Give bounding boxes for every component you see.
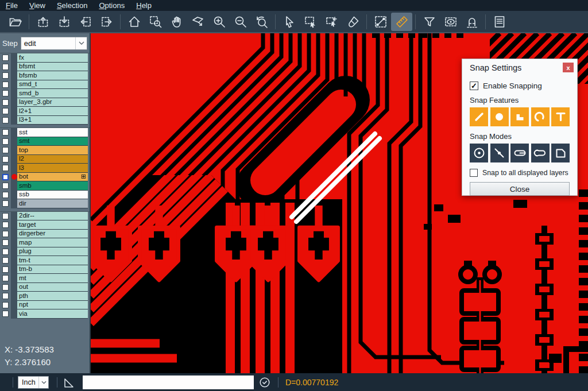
layer-name-l2+1[interactable]: l2+1 [17,107,88,116]
step-select[interactable]: edit [21,37,87,50]
layer-visibility-checkbox[interactable] [2,311,9,317]
toolbar-button-open-file[interactable] [5,13,26,31]
layer-visibility-checkbox[interactable] [2,99,9,106]
toolbar-button-import-right[interactable] [96,13,117,31]
layer-active-indicator[interactable] [11,283,17,292]
feature-button-snap-surface[interactable] [510,107,529,126]
layer-name-smt[interactable]: smt [17,137,88,146]
layer-visibility-checkbox[interactable] [2,222,9,228]
toolbar-button-pan-hand[interactable] [166,13,187,31]
layer-visibility-checkbox[interactable] [2,183,9,189]
feature-button-snap-arc[interactable] [531,107,550,126]
menu-item-help[interactable]: Help [130,1,157,10]
refresh-icon[interactable] [258,376,271,389]
toolbar-button-zoom-out[interactable] [230,13,251,31]
layer-active-indicator[interactable] [11,146,17,155]
layer-active-indicator[interactable] [11,164,17,173]
layer-active-indicator[interactable] [11,265,17,274]
mode-button-mode-polygon[interactable] [551,144,570,162]
layer-name-via[interactable]: via [17,309,88,319]
layer-visibility-checkbox[interactable] [2,266,9,273]
toolbar-button-import-down[interactable] [53,13,75,31]
toolbar-button-zoom-polygon[interactable] [187,13,208,31]
toolbar-button-zoom-previous[interactable] [251,13,272,31]
menu-item-view[interactable]: View [24,1,51,10]
layer-visibility-checkbox[interactable] [2,72,9,79]
layer-name-ssb[interactable]: ssb [17,191,88,200]
layer-visibility-checkbox[interactable] [2,302,9,308]
layer-name-fx[interactable]: fx [17,53,88,63]
layer-visibility-checkbox[interactable] [2,174,9,180]
enable-snapping-checkbox[interactable]: ✓ [470,82,478,90]
layer-active-indicator[interactable] [11,309,17,319]
toolbar-button-zoom-in[interactable] [208,13,230,31]
layer-name-bfsmb[interactable]: bfsmb [17,71,88,80]
layer-visibility-checkbox[interactable] [2,293,9,299]
layer-active-indicator[interactable] [11,247,17,257]
layer-visibility-checkbox[interactable] [2,156,9,162]
angle-icon[interactable] [62,375,76,389]
layer-name-sst[interactable]: sst [17,128,88,137]
layer-active-indicator[interactable] [11,181,17,191]
toolbar-button-select-group[interactable] [321,13,342,31]
close-button[interactable]: Close [470,182,570,196]
toolbar-button-home-view[interactable] [123,13,145,31]
toolbar-button-report[interactable] [489,13,510,31]
toolbar-button-select-cursor[interactable] [278,13,300,31]
layer-visibility-checkbox[interactable] [2,239,9,246]
layer-name-npt[interactable]: npt [17,301,88,310]
layer-active-indicator[interactable] [11,256,17,265]
layer-name-tm-b[interactable]: tm-b [17,265,88,274]
layer-visibility-checkbox[interactable] [2,192,9,198]
layer-active-indicator[interactable] [11,155,17,164]
toolbar-button-import-left[interactable] [75,13,96,31]
layer-visibility-checkbox[interactable] [2,231,9,237]
layer-name-out[interactable]: out [17,283,88,292]
layer-name-layer_3.gbr[interactable]: layer_3.gbr [17,98,88,107]
layer-visibility-checkbox[interactable] [2,64,9,70]
layer-visibility-checkbox[interactable] [2,275,9,281]
command-input[interactable] [83,375,254,389]
feature-button-snap-line[interactable] [470,107,488,126]
layer-active-indicator[interactable] [11,238,17,247]
layer-name-target[interactable]: target [17,220,88,230]
layer-name-l3+1[interactable]: l3+1 [17,116,88,125]
layer-active-indicator[interactable] [11,191,17,200]
layer-name-tm-t[interactable]: tm-t [17,256,88,265]
layer-visibility-checkbox[interactable] [2,129,9,136]
layer-name-l2[interactable]: l2 [17,155,88,164]
mode-button-mode-slot[interactable] [531,144,550,162]
unit-select[interactable]: Inch [18,376,49,389]
layer-name-plug[interactable]: plug [17,247,88,257]
layer-active-indicator[interactable] [11,71,17,80]
layer-active-indicator[interactable] [11,230,17,239]
layer-visibility-checkbox[interactable] [2,147,9,153]
close-icon[interactable]: x [563,63,574,72]
layer-active-indicator[interactable] [11,107,17,116]
layer-active-indicator[interactable] [11,53,17,63]
toolbar-button-import-up[interactable] [32,13,53,31]
layer-visibility-checkbox[interactable] [2,55,9,61]
layer-name-mt[interactable]: mt [17,274,88,283]
toolbar-button-show-region[interactable] [440,13,461,31]
layer-name-map[interactable]: map [17,238,88,247]
layer-active-indicator[interactable] [11,292,17,301]
layer-visibility-checkbox[interactable] [2,249,9,255]
layer-active-indicator[interactable] [11,128,17,137]
layer-visibility-checkbox[interactable] [2,117,9,123]
layer-active-indicator[interactable] [11,98,17,107]
layer-visibility-checkbox[interactable] [2,108,9,114]
menu-item-file[interactable]: File [0,1,24,10]
layer-active-indicator[interactable] [11,301,17,310]
toolbar-button-snap-magnet[interactable] [461,13,482,31]
feature-button-snap-text[interactable] [551,107,570,126]
layer-active-indicator[interactable] [11,63,17,72]
layer-visibility-checkbox[interactable] [2,284,9,291]
layer-visibility-checkbox[interactable] [2,82,9,88]
layer-visibility-checkbox[interactable] [2,138,9,145]
toolbar-button-measure-line[interactable] [370,13,391,31]
layer-name-dir[interactable]: dir [17,199,88,208]
layer-visibility-checkbox[interactable] [2,257,9,264]
mode-button-mode-line-point[interactable] [490,144,509,162]
mode-button-mode-center[interactable] [470,144,488,162]
